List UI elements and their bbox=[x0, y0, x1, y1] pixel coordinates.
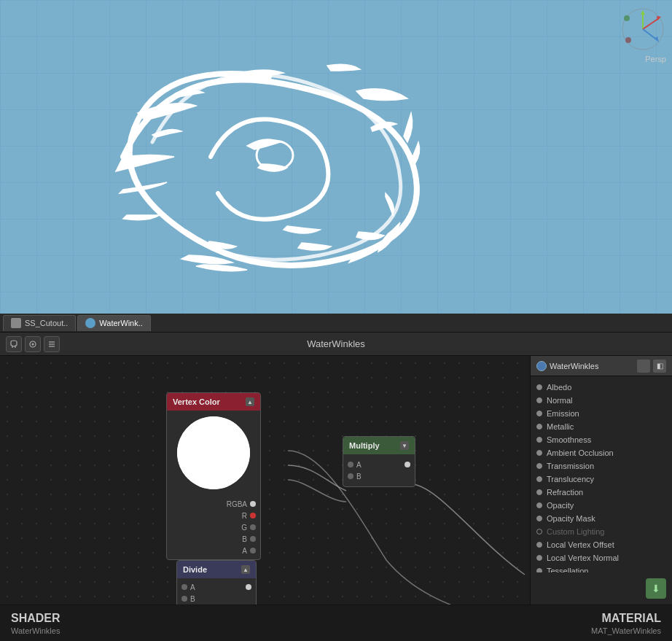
node-header: WaterWinkles bbox=[0, 333, 672, 356]
prop-item-local-vertex-offset[interactable]: Local Vertex Offset bbox=[531, 538, 672, 551]
multiply-node[interactable]: Multiply ▼ A B bbox=[343, 436, 415, 487]
prop-item-opacity-mask[interactable]: Opacity Mask bbox=[531, 512, 672, 525]
multiply-port-a-out[interactable] bbox=[405, 462, 410, 467]
prop-item-ambient-occlusion[interactable]: Ambient Occlusion bbox=[531, 446, 672, 459]
prop-label-normal: Normal bbox=[547, 396, 572, 405]
divide-header: Divide ▲ bbox=[177, 561, 256, 578]
shader-label: SHADER bbox=[11, 612, 60, 625]
prop-item-refraction[interactable]: Refraction bbox=[531, 486, 672, 499]
nav-gizmo[interactable] bbox=[621, 7, 665, 51]
prop-item-tessellation[interactable]: Tessellation bbox=[531, 564, 672, 572]
divide-port-a-label: A bbox=[190, 583, 195, 591]
vertex-color-ports: RGBA R G B A bbox=[167, 495, 260, 559]
right-panel-title: WaterWinkles bbox=[550, 362, 634, 370]
node-canvas[interactable]: Vertex Color ▲ RGBA R bbox=[0, 356, 530, 605]
wires-svg bbox=[0, 356, 530, 605]
prop-dot-local-vertex-offset bbox=[536, 542, 542, 548]
port-b-label: B bbox=[242, 535, 247, 543]
prop-item-albedo[interactable]: Albedo bbox=[531, 381, 672, 394]
prop-dot-local-vertex-normal bbox=[536, 555, 542, 561]
multiply-port-b-row: B bbox=[343, 470, 415, 482]
prop-label-emission: Emission bbox=[547, 409, 579, 418]
download-area: ⬇ bbox=[531, 572, 672, 605]
port-rgba-label: RGBA bbox=[227, 500, 247, 508]
vertex-color-header: Vertex Color ▲ bbox=[167, 393, 260, 411]
prop-item-normal[interactable]: Normal bbox=[531, 394, 672, 407]
divide-port-a-out[interactable] bbox=[246, 584, 251, 590]
divide-ports: A B bbox=[177, 578, 256, 605]
prop-dot-smoothness bbox=[536, 437, 542, 443]
multiply-header: Multiply ▼ bbox=[343, 437, 415, 454]
vertex-color-node[interactable]: Vertex Color ▲ RGBA R bbox=[166, 392, 261, 560]
vertex-color-collapse[interactable]: ▲ bbox=[246, 397, 254, 406]
divide-port-b-dot[interactable] bbox=[181, 596, 187, 602]
divide-port-a-row: A bbox=[177, 581, 256, 593]
port-g: G bbox=[167, 521, 260, 533]
main-content: Vertex Color ▲ RGBA R bbox=[0, 356, 672, 605]
vertex-color-title: Vertex Color bbox=[173, 397, 220, 406]
tab-water-icon bbox=[85, 318, 95, 328]
svg-point-13 bbox=[32, 343, 34, 345]
port-a-dot[interactable] bbox=[250, 548, 256, 553]
circle-icon bbox=[28, 340, 37, 349]
toggle-circle-btn[interactable] bbox=[25, 336, 41, 352]
divide-port-b-row: B bbox=[177, 593, 256, 605]
port-b: B bbox=[167, 533, 260, 545]
tab-water-label: WaterWink.. bbox=[99, 319, 143, 327]
grid-view-btn[interactable] bbox=[637, 360, 650, 373]
prop-item-local-vertex-normal[interactable]: Local Vertex Normal bbox=[531, 551, 672, 564]
svg-point-9 bbox=[624, 15, 630, 21]
prop-dot-emission bbox=[536, 411, 542, 416]
panel-toggle-btn[interactable]: ◧ bbox=[653, 360, 666, 373]
magnet-icon bbox=[9, 340, 18, 349]
multiply-port-b-dot[interactable] bbox=[348, 473, 353, 479]
shader-info: SHADER WaterWinkles bbox=[11, 612, 60, 635]
multiply-collapse[interactable]: ▼ bbox=[400, 441, 409, 450]
prop-dot-custom-lighting bbox=[536, 529, 542, 535]
download-btn[interactable]: ⬇ bbox=[646, 578, 666, 599]
port-g-dot[interactable] bbox=[250, 524, 256, 530]
prop-label-albedo: Albedo bbox=[547, 383, 571, 392]
prop-label-ambient-occlusion: Ambient Occlusion bbox=[547, 448, 614, 457]
multiply-port-b-label: B bbox=[356, 473, 362, 481]
prop-label-transmission: Transmission bbox=[547, 462, 594, 470]
prop-item-emission[interactable]: Emission bbox=[531, 407, 672, 420]
prop-dot-translucency bbox=[536, 476, 542, 482]
node-editor-title: WaterWinkles bbox=[307, 338, 365, 349]
shader-name: WaterWinkles bbox=[11, 626, 60, 635]
prop-dot-refraction bbox=[536, 489, 542, 495]
toggle-list-btn[interactable] bbox=[44, 336, 60, 352]
toggle-magnet-btn[interactable] bbox=[6, 336, 22, 352]
right-panel-header: WaterWinkles ◧ bbox=[531, 356, 672, 376]
prop-item-translucency[interactable]: Translucency bbox=[531, 473, 672, 486]
vertex-color-preview bbox=[177, 416, 250, 489]
svg-marker-3 bbox=[641, 10, 645, 15]
multiply-port-a-label: A bbox=[356, 461, 362, 469]
material-name: MAT_WaterWinkles bbox=[591, 626, 661, 635]
prop-item-opacity[interactable]: Opacity bbox=[531, 499, 672, 512]
divide-node[interactable]: Divide ▲ A B bbox=[176, 560, 257, 605]
tab-ss-cutout[interactable]: SS_Cutout.. bbox=[3, 315, 76, 331]
material-info: MATERIAL MAT_WaterWinkles bbox=[591, 612, 661, 635]
prop-item-transmission[interactable]: Transmission bbox=[531, 459, 672, 473]
tab-ss-icon bbox=[11, 318, 21, 328]
port-r-label: R bbox=[242, 512, 247, 520]
tab-ss-label: SS_Cutout.. bbox=[25, 319, 68, 327]
divide-collapse[interactable]: ▲ bbox=[241, 565, 250, 574]
prop-dot-albedo bbox=[536, 384, 542, 390]
editor-area: WaterWinkles Ver bbox=[0, 333, 672, 641]
port-rgba: RGBA bbox=[167, 498, 260, 510]
port-a: A bbox=[167, 545, 260, 556]
divide-port-a-dot[interactable] bbox=[181, 584, 187, 590]
prop-item-custom-lighting[interactable]: Custom Lighting bbox=[531, 525, 672, 538]
node-header-left bbox=[6, 336, 60, 352]
port-r-dot[interactable] bbox=[250, 513, 256, 518]
prop-item-smoothness[interactable]: Smoothness bbox=[531, 433, 672, 446]
prop-dot-opacity bbox=[536, 502, 542, 508]
tab-water-winkles[interactable]: WaterWink.. bbox=[77, 315, 151, 331]
prop-item-metallic[interactable]: Metallic bbox=[531, 420, 672, 433]
multiply-port-a-dot[interactable] bbox=[348, 462, 353, 467]
port-b-dot[interactable] bbox=[250, 536, 256, 542]
port-rgba-dot[interactable] bbox=[250, 501, 256, 507]
properties-list: AlbedoNormalEmissionMetallicSmoothnessAm… bbox=[531, 376, 672, 572]
